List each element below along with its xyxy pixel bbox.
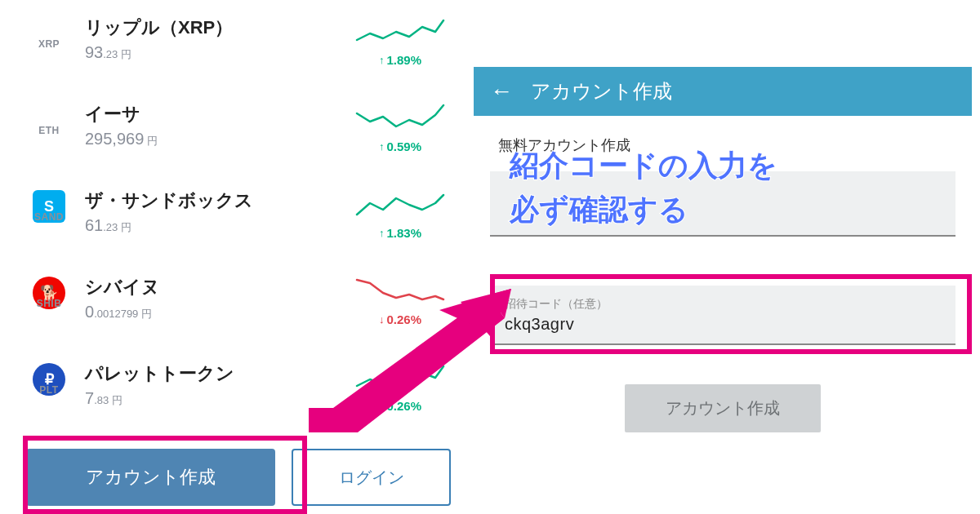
submit-create-account-button[interactable]: アカウント作成 <box>625 384 821 432</box>
sparkline-column: ↑1.83% <box>343 188 457 240</box>
sparkline-icon <box>355 361 445 394</box>
titlebar: ← アカウント作成 <box>474 67 972 116</box>
create-account-button[interactable]: アカウント作成 <box>26 449 275 506</box>
coin-name: イーサ <box>85 102 343 126</box>
percent-value: 1.83% <box>386 226 421 240</box>
market-list: XRPリップル（XRP）93.23円↑1.89%ETHイーサ295,969円↑0… <box>0 0 474 514</box>
coin-price: 0.0012799円 <box>85 303 343 321</box>
auth-button-row: アカウント作成 ログイン <box>26 449 451 506</box>
arrow-up-icon: ↑ <box>379 400 385 412</box>
coin-price: 7.83円 <box>85 389 343 408</box>
coin-name: パレットトークン <box>85 361 343 386</box>
coin-text: リップル（XRP）93.23円 <box>85 16 343 62</box>
subheading: 無料アカウント作成 <box>474 116 972 163</box>
sparkline-column: ↓0.26% <box>343 275 457 326</box>
percent-value: 1.89% <box>386 53 421 67</box>
sparkline-icon <box>355 188 445 221</box>
coin-price: 295,969円 <box>85 130 343 148</box>
coin-name: シバイヌ <box>85 275 343 299</box>
coin-name: ザ・サンドボックス <box>85 188 343 213</box>
page-title: アカウント作成 <box>531 78 672 104</box>
coin-row-eth[interactable]: ETHイーサ295,969円↑0.59% <box>0 86 474 173</box>
percent-value: 0.26% <box>386 399 421 413</box>
percent-change: ↑1.89% <box>379 53 421 67</box>
coin-ticker: ETH <box>31 125 67 136</box>
coin-name: リップル（XRP） <box>85 16 343 40</box>
percent-value: 0.59% <box>386 140 421 153</box>
coin-row-sand[interactable]: SSANDザ・サンドボックス61.23円↑1.83% <box>0 173 474 259</box>
coin-row-shib[interactable]: 🐕SHIBシバイヌ0.0012799円↓0.26% <box>0 259 474 346</box>
percent-change: ↑0.59% <box>379 140 421 153</box>
sparkline-column: ↑1.89% <box>343 16 457 67</box>
percent-change: ↑0.26% <box>379 399 421 413</box>
coin-ticker: SAND <box>31 211 67 223</box>
invite-code-label: 招待コード（任意） <box>505 297 941 312</box>
coin-ticker: XRP <box>31 38 67 50</box>
coin-row-plt[interactable]: ₽PLTパレットトークン7.83円↑0.26% <box>0 346 474 432</box>
coin-text: パレットトークン7.83円 <box>85 361 343 408</box>
coin-ticker: SHIB <box>31 298 67 309</box>
coin-price: 61.23円 <box>85 216 343 235</box>
coin-text: イーサ295,969円 <box>85 102 343 148</box>
arrow-down-icon: ↓ <box>379 313 385 326</box>
coin-text: ザ・サンドボックス61.23円 <box>85 188 343 235</box>
back-icon[interactable]: ← <box>490 78 513 104</box>
coin-row-xrp[interactable]: XRPリップル（XRP）93.23円↑1.89% <box>0 0 474 86</box>
coin-ticker: PLT <box>31 384 67 396</box>
invite-code-field[interactable]: 招待コード（任意） ckq3agrv <box>490 286 956 345</box>
percent-value: 0.26% <box>386 312 421 326</box>
sparkline-icon <box>355 102 445 135</box>
coin-text: シバイヌ0.0012799円 <box>85 275 343 321</box>
coin-price: 93.23円 <box>85 43 343 62</box>
sparkline-column: ↑0.26% <box>343 361 457 413</box>
login-button[interactable]: ログイン <box>292 449 451 506</box>
sparkline-icon <box>355 275 445 308</box>
sparkline-icon <box>355 16 445 48</box>
percent-change: ↓0.26% <box>379 312 421 326</box>
invite-code-value: ckq3agrv <box>505 315 941 334</box>
email-field-placeholder[interactable] <box>490 171 956 237</box>
arrow-up-icon: ↑ <box>379 54 385 66</box>
percent-change: ↑1.83% <box>379 226 421 240</box>
sparkline-column: ↑0.59% <box>343 102 457 153</box>
arrow-up-icon: ↑ <box>379 140 385 153</box>
arrow-up-icon: ↑ <box>379 227 385 239</box>
account-create-screen: ← アカウント作成 無料アカウント作成 招待コード（任意） ckq3agrv ア… <box>474 67 972 507</box>
